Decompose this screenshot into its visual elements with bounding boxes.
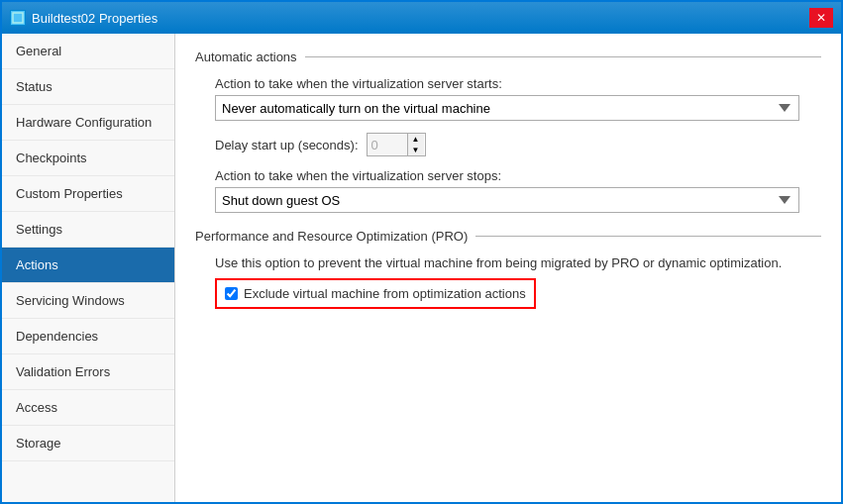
- start-action-label: Action to take when the virtualization s…: [215, 76, 821, 91]
- sidebar-item-hardware-configuration[interactable]: Hardware Configuration: [2, 105, 174, 141]
- sidebar-item-validation-errors[interactable]: Validation Errors: [2, 354, 174, 390]
- stop-action-group: Action to take when the virtualization s…: [215, 168, 821, 213]
- main-window: Buildtest02 Properties ✕ GeneralStatusHa…: [0, 0, 843, 504]
- sidebar-item-access[interactable]: Access: [2, 390, 174, 426]
- content-area: GeneralStatusHardware ConfigurationCheck…: [2, 34, 841, 502]
- sidebar-item-storage[interactable]: Storage: [2, 426, 174, 461]
- sidebar-item-general[interactable]: General: [2, 34, 174, 69]
- sidebar-item-actions[interactable]: Actions: [2, 248, 174, 283]
- sidebar-item-checkpoints[interactable]: Checkpoints: [2, 141, 174, 176]
- sidebar-item-dependencies[interactable]: Dependencies: [2, 319, 174, 354]
- sidebar: GeneralStatusHardware ConfigurationCheck…: [2, 34, 175, 502]
- svg-rect-1: [15, 15, 21, 21]
- sidebar-item-status[interactable]: Status: [2, 69, 174, 105]
- pro-section: Performance and Resource Optimization (P…: [195, 229, 821, 309]
- title-bar: Buildtest02 Properties ✕: [2, 2, 841, 34]
- delay-input[interactable]: 0: [368, 134, 407, 155]
- pro-title: Performance and Resource Optimization (P…: [195, 229, 821, 244]
- start-action-group: Action to take when the virtualization s…: [215, 76, 821, 121]
- delay-up-button[interactable]: ▲: [408, 134, 424, 145]
- exclude-label: Exclude virtual machine from optimizatio…: [244, 286, 526, 301]
- main-panel: Automatic actions Action to take when th…: [175, 34, 841, 502]
- delay-row: Delay start up (seconds): 0 ▲ ▼: [215, 133, 821, 156]
- exclude-checkbox-row: Exclude virtual machine from optimizatio…: [215, 278, 536, 309]
- window-icon: [10, 10, 26, 26]
- stop-action-label: Action to take when the virtualization s…: [215, 168, 821, 183]
- sidebar-item-custom-properties[interactable]: Custom Properties: [2, 176, 174, 212]
- close-button[interactable]: ✕: [809, 8, 833, 28]
- delay-spinner: ▲ ▼: [407, 134, 424, 155]
- delay-input-wrap: 0 ▲ ▼: [367, 133, 426, 156]
- start-action-select[interactable]: Never automatically turn on the virtual …: [215, 95, 799, 121]
- title-bar-left: Buildtest02 Properties: [10, 10, 158, 26]
- automatic-actions-title: Automatic actions: [195, 50, 821, 64]
- sidebar-item-settings[interactable]: Settings: [2, 212, 174, 248]
- window-title: Buildtest02 Properties: [32, 11, 158, 26]
- exclude-checkbox[interactable]: [225, 287, 238, 300]
- stop-action-select[interactable]: Shut down guest OSSave stateTurn off vir…: [215, 187, 799, 213]
- pro-description: Use this option to prevent the virtual m…: [215, 255, 821, 270]
- sidebar-item-servicing-windows[interactable]: Servicing Windows: [2, 283, 174, 319]
- delay-label: Delay start up (seconds):: [215, 138, 359, 152]
- delay-down-button[interactable]: ▼: [408, 145, 424, 155]
